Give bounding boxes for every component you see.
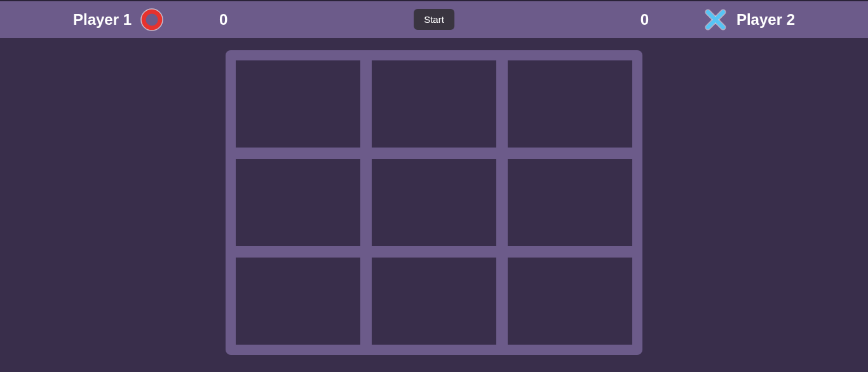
x-icon [703,8,728,32]
player1-label: Player 1 [73,11,132,29]
game-header: Player 1 0 Start 0 Player 2 [0,0,868,38]
player2-score: 0 [641,11,649,29]
cell-3[interactable] [236,159,360,246]
cell-1[interactable] [372,60,496,148]
svg-point-0 [144,11,160,28]
board-container [0,50,868,355]
cell-2[interactable] [508,60,632,148]
circle-icon [140,8,163,31]
cell-6[interactable] [236,258,360,345]
game-board [226,50,642,355]
player1-section: Player 1 [73,8,163,31]
cell-5[interactable] [508,159,632,246]
cell-8[interactable] [508,258,632,345]
player1-score: 0 [219,11,227,29]
cell-0[interactable] [236,60,360,148]
start-button[interactable]: Start [414,9,454,30]
cell-4[interactable] [372,159,496,246]
player2-label: Player 2 [736,11,795,29]
cell-7[interactable] [372,258,496,345]
player2-section: Player 2 [703,8,795,32]
